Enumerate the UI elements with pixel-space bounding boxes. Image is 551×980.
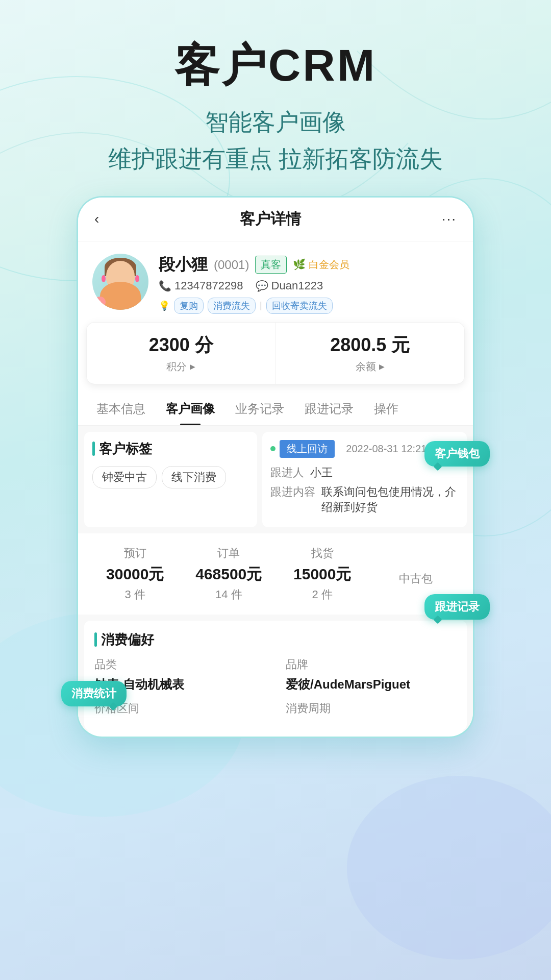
nav-title: 客户详情 xyxy=(240,209,301,230)
more-button[interactable]: ··· xyxy=(442,211,457,227)
followup-person-row: 跟进人 小王 xyxy=(270,465,459,480)
followup-person-label: 跟进人 xyxy=(270,465,304,480)
stat-suffix-text: 中古包 xyxy=(369,571,463,586)
customer-id: (0001) xyxy=(214,258,249,272)
stat-find-item: 找货 15000元 2 件 xyxy=(276,542,369,606)
cycle-label: 消费周期 xyxy=(286,701,457,716)
pref-category-label: 品类 xyxy=(94,657,265,672)
tag-divider: | xyxy=(260,300,262,311)
pref-indicator xyxy=(94,632,97,647)
cycle-col: 消费周期 xyxy=(286,701,457,720)
balance-arrow: ▶ xyxy=(379,362,385,371)
content-area: 客户标签 钟爱中古 线下消费 线上回访 20 xyxy=(78,426,473,730)
followup-content-label: 跟进内容 xyxy=(270,484,315,515)
wechat-contact: 💬 Duan1223 xyxy=(256,279,323,292)
tags-row: 💡 复购 消费流失 | 回收寄卖流失 xyxy=(159,298,459,314)
stat-reservation-count: 3 件 xyxy=(88,587,182,602)
phone-mockup: 客户钱包 跟进记录 消费统计 ‹ 客户详情 ··· ♀ 段小狸 (0001) xyxy=(77,196,474,738)
subtitle-line1: 智能客户画像 xyxy=(0,106,551,138)
subtitle-line2: 维护跟进有重点 拉新拓客防流失 xyxy=(0,142,551,175)
stat-order: 订单 468500元 14 件 xyxy=(182,542,276,606)
tag-xiaofeiliu: 消费流失 xyxy=(208,298,256,314)
tag-huishou: 回收寄卖流失 xyxy=(266,298,333,314)
wallet-float-label: 客户钱包 xyxy=(424,441,490,467)
svg-point-3 xyxy=(347,776,551,960)
pref-brand-value: 爱彼/AudeMarsPiguet xyxy=(286,676,457,693)
price-row: 价格区间 消费周期 xyxy=(94,701,457,720)
wallet-points[interactable]: 2300 分 积分 ▶ xyxy=(87,323,276,384)
phone-contact: 📞 12347872298 xyxy=(159,279,243,292)
stat-order-count: 14 件 xyxy=(182,587,276,602)
tab-basic-info[interactable]: 基本信息 xyxy=(86,393,156,425)
pref-brand: 品牌 爱彼/AudeMarsPiguet xyxy=(286,657,457,693)
stat-order-label: 订单 xyxy=(182,546,276,561)
stat-reservation-label: 预订 xyxy=(88,546,182,561)
avatar-earring-left xyxy=(102,275,106,282)
section-indicator xyxy=(92,442,95,456)
wechat-icon: 💬 xyxy=(256,280,268,292)
stats-float-label: 消费统计 xyxy=(61,681,127,706)
tab-customer-profile[interactable]: 客户画像 xyxy=(156,393,225,425)
pref-row: 品类 钟表-自动机械表 品牌 爱彼/AudeMarsPiguet xyxy=(94,657,457,693)
followup-person-value: 小王 xyxy=(310,465,333,480)
wechat-id: Duan1223 xyxy=(271,279,323,292)
phone-number: 12347872298 xyxy=(174,279,243,292)
tab-followup-record[interactable]: 跟进记录 xyxy=(294,393,364,425)
header-section: 客户CRM 智能客户画像 维护跟进有重点 拉新拓客防流失 xyxy=(0,0,551,196)
phone-frame: ‹ 客户详情 ··· ♀ 段小狸 (0001) 真客 🌿 白金会员 xyxy=(77,196,474,738)
stat-order-amount: 468500元 xyxy=(182,564,276,585)
stat-find-label: 找货 xyxy=(276,546,369,561)
contact-row: 📞 12347872298 💬 Duan1223 xyxy=(159,279,459,292)
tab-operations[interactable]: 操作 xyxy=(364,393,409,425)
back-button[interactable]: ‹ xyxy=(94,211,99,227)
avatar-earring-right xyxy=(135,275,139,282)
points-label: 积分 ▶ xyxy=(99,360,263,374)
customer-name: 段小狸 xyxy=(159,254,208,276)
avatar-body xyxy=(100,282,141,310)
tab-business-record[interactable]: 业务记录 xyxy=(225,393,294,425)
wallet-card: 2300 分 积分 ▶ 2800.5 元 余额 ▶ xyxy=(86,322,465,384)
points-arrow: ▶ xyxy=(190,362,195,371)
tag-zhike: 真客 xyxy=(255,256,287,274)
points-amount: 2300 分 xyxy=(99,333,263,358)
followup-content-value: 联系询问包包使用情况，介绍新到好货 xyxy=(321,484,459,515)
customer-name-row: 段小狸 (0001) 真客 🌿 白金会员 xyxy=(159,254,459,276)
gender-badge: ♀ xyxy=(94,297,106,308)
followup-content-row: 跟进内容 联系询问包包使用情况，介绍新到好货 xyxy=(270,484,459,515)
balance-amount: 2800.5 元 xyxy=(288,333,453,358)
stat-find-count: 2 件 xyxy=(276,587,369,602)
balance-label: 余额 ▶ xyxy=(288,360,453,374)
wallet-balance[interactable]: 2800.5 元 余额 ▶ xyxy=(276,323,465,384)
stats-row: 预订 30000元 3 件 订单 468500元 14 件 找货 15000元 … xyxy=(88,542,463,606)
followup-float-label: 跟进记录 xyxy=(424,594,490,620)
preference-section: 消费偏好 品类 钟表-自动机械表 品牌 爱彼/AudeMarsPiguet 价格… xyxy=(84,621,467,730)
customer-info: 段小狸 (0001) 真客 🌿 白金会员 📞 12347872298 💬 Dua… xyxy=(159,254,459,314)
phone-icon: 📞 xyxy=(159,280,171,292)
followup-type-tag: 线上回访 xyxy=(280,440,335,458)
stat-reservation-amount: 30000元 xyxy=(88,564,182,585)
stat-reservation: 预订 30000元 3 件 xyxy=(88,542,182,606)
avatar: ♀ xyxy=(92,254,148,310)
customer-tags-card: 客户标签 钟爱中古 线下消费 xyxy=(84,432,257,527)
tabs-bar: 基本信息 客户画像 业务记录 跟进记录 操作 xyxy=(78,393,473,426)
main-title: 客户CRM xyxy=(0,41,551,90)
tag-zhongai-zhonggu[interactable]: 钟爱中古 xyxy=(92,466,157,488)
customer-tags-title: 客户标签 xyxy=(92,440,249,458)
pref-brand-label: 品牌 xyxy=(286,657,457,672)
stat-find-amount: 15000元 xyxy=(276,564,369,585)
stats-section: 预订 30000元 3 件 订单 468500元 14 件 找货 15000元 … xyxy=(78,533,473,615)
tag-xianxia-xiaofei[interactable]: 线下消费 xyxy=(162,466,226,488)
tag-prefix-icon: 💡 xyxy=(159,300,170,311)
customer-profile: ♀ 段小狸 (0001) 真客 🌿 白金会员 📞 12347872298 💬 xyxy=(78,241,473,322)
nav-bar: ‹ 客户详情 ··· xyxy=(78,198,473,241)
preference-title: 消费偏好 xyxy=(94,631,457,649)
tag-fangou: 复购 xyxy=(174,298,204,314)
tag-member: 🌿 白金会员 xyxy=(293,258,349,272)
followup-dot xyxy=(270,446,276,451)
tag-chips: 钟爱中古 线下消费 xyxy=(92,466,249,488)
